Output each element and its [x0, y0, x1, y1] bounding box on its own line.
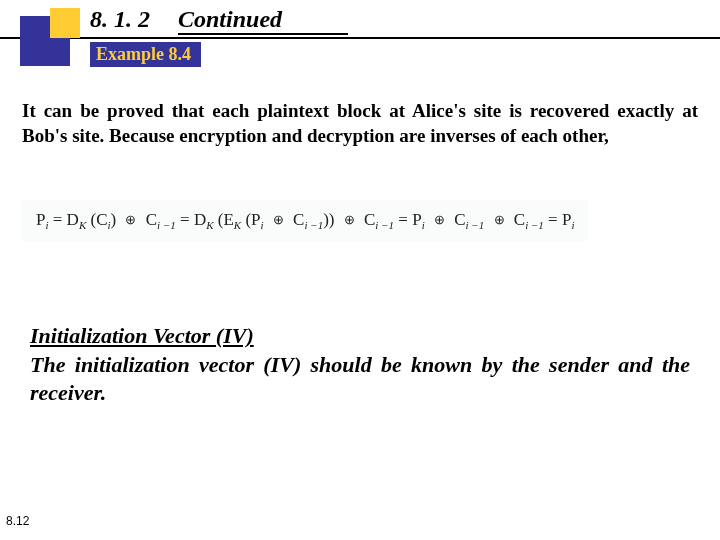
yellow-square-decor: [50, 8, 80, 38]
iv-section: Initialization Vector (IV) The initializ…: [30, 322, 690, 408]
paragraph-1: It can be proved that each plaintext blo…: [22, 98, 698, 148]
iv-body: The initialization vector (IV) should be…: [30, 352, 690, 406]
section-title-text: Continued: [178, 6, 348, 35]
header-rule: [0, 37, 720, 39]
slide-header: 8. 1. 2 Continued Example 8.4: [0, 0, 720, 70]
section-title: 8. 1. 2 Continued: [90, 6, 348, 35]
example-label: Example 8.4: [90, 42, 201, 67]
iv-heading: Initialization Vector (IV): [30, 323, 254, 348]
page-number: 8.12: [6, 514, 29, 528]
section-number: 8. 1. 2: [90, 6, 172, 33]
formula: Pi = DK (Ci) ⊕ Ci −1 = DK (EK (Pi ⊕ Ci −…: [22, 200, 588, 241]
